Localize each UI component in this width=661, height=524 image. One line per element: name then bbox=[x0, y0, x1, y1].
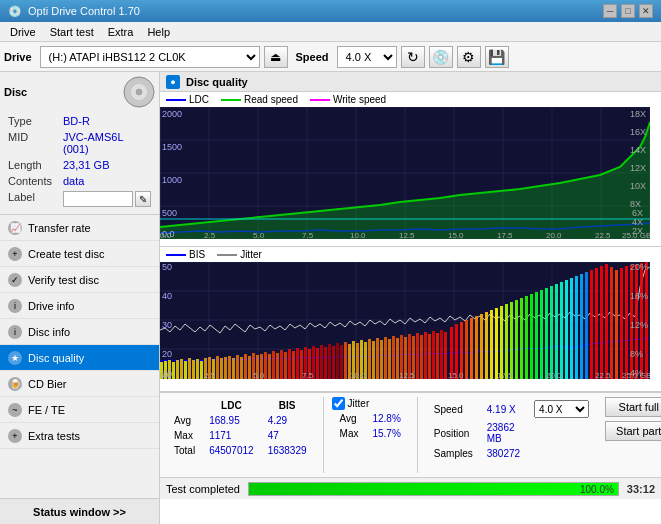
stats-row-max: Max 1171 47 bbox=[168, 429, 313, 442]
speed-info-table: Speed 4.19 X 4.0 X Position 23862 MB bbox=[426, 397, 597, 462]
sidebar-item-fe-te[interactable]: ~ FE / TE bbox=[0, 397, 159, 423]
jitter-color bbox=[217, 254, 237, 256]
menu-help[interactable]: Help bbox=[141, 24, 176, 40]
svg-rect-69 bbox=[188, 358, 191, 379]
svg-text:0.0: 0.0 bbox=[160, 231, 172, 239]
sidebar-item-verify-test-disc[interactable]: ✓ Verify test disc bbox=[0, 267, 159, 293]
write-speed-color bbox=[310, 99, 330, 101]
svg-rect-146 bbox=[510, 302, 513, 379]
length-value: 23,31 GB bbox=[61, 158, 153, 172]
drive-info-label: Drive info bbox=[28, 300, 74, 312]
legend-bis: BIS bbox=[166, 249, 205, 260]
svg-rect-89 bbox=[268, 354, 271, 379]
sidebar-item-drive-info[interactable]: i Drive info bbox=[0, 293, 159, 319]
speed-select[interactable]: 4.0 X bbox=[534, 400, 589, 418]
sidebar-item-transfer-rate[interactable]: 📈 Transfer rate bbox=[0, 215, 159, 241]
fe-te-icon: ~ bbox=[8, 403, 22, 417]
fe-te-label: FE / TE bbox=[28, 404, 65, 416]
contents-value: data bbox=[61, 174, 153, 188]
sidebar-item-disc-quality[interactable]: ★ Disc quality bbox=[0, 345, 159, 371]
content-panel: ● Disc quality LDC Read speed Write spee… bbox=[160, 72, 661, 524]
svg-text:8%: 8% bbox=[630, 349, 643, 359]
svg-text:12X: 12X bbox=[630, 163, 646, 173]
save-button[interactable]: 💾 bbox=[485, 46, 509, 68]
start-full-button[interactable]: Start full bbox=[605, 397, 661, 417]
samples-label: Samples bbox=[428, 447, 479, 460]
maximize-button[interactable]: □ bbox=[621, 4, 635, 18]
disc-quality-icon: ★ bbox=[8, 351, 22, 365]
svg-text:1500: 1500 bbox=[162, 142, 182, 152]
start-buttons: Start full Start part bbox=[605, 397, 661, 473]
avg-bis: 4.29 bbox=[262, 414, 313, 427]
label-input[interactable] bbox=[63, 191, 133, 207]
svg-text:50: 50 bbox=[162, 262, 172, 272]
svg-rect-132 bbox=[440, 330, 443, 379]
speed-selector[interactable]: 4.0 X 1.0 X 2.0 X 8.0 X Max bbox=[337, 46, 397, 68]
sidebar-item-cd-bier[interactable]: 🍺 CD Bier bbox=[0, 371, 159, 397]
max-label: Max bbox=[168, 429, 201, 442]
app-icon: 💿 bbox=[8, 5, 22, 18]
label-edit-button[interactable]: ✎ bbox=[135, 191, 151, 207]
svg-rect-91 bbox=[276, 353, 279, 379]
eject-button[interactable]: ⏏ bbox=[264, 46, 288, 68]
svg-rect-139 bbox=[475, 316, 478, 379]
jitter-checkbox[interactable] bbox=[332, 397, 345, 410]
extra-tests-label: Extra tests bbox=[28, 430, 80, 442]
svg-rect-158 bbox=[570, 278, 573, 379]
svg-rect-115 bbox=[372, 341, 375, 379]
menu-bar: Drive Start test Extra Help bbox=[0, 22, 661, 42]
drive-selector[interactable]: (H:) ATAPI iHBS112 2 CL0K bbox=[40, 46, 260, 68]
svg-text:10.0: 10.0 bbox=[350, 371, 366, 379]
speed-select-cell: 4.0 X bbox=[528, 399, 595, 419]
time-display: 33:12 bbox=[627, 483, 655, 495]
menu-start-test[interactable]: Start test bbox=[44, 24, 100, 40]
svg-rect-127 bbox=[420, 335, 423, 379]
position-value: 23862 MB bbox=[481, 421, 526, 445]
svg-rect-152 bbox=[540, 290, 543, 379]
svg-rect-93 bbox=[284, 352, 287, 379]
svg-rect-90 bbox=[272, 351, 275, 379]
cd-bier-label: CD Bier bbox=[28, 378, 67, 390]
refresh-button[interactable]: ↻ bbox=[401, 46, 425, 68]
settings-button[interactable]: ⚙ bbox=[457, 46, 481, 68]
svg-rect-95 bbox=[292, 351, 295, 379]
svg-rect-168 bbox=[620, 268, 623, 379]
create-test-disc-icon: + bbox=[8, 247, 22, 261]
status-window-button[interactable]: Status window >> bbox=[0, 498, 159, 524]
start-part-button[interactable]: Start part bbox=[605, 421, 661, 441]
svg-rect-155 bbox=[555, 284, 558, 379]
svg-rect-149 bbox=[525, 296, 528, 379]
disc-button[interactable]: 💿 bbox=[429, 46, 453, 68]
svg-rect-80 bbox=[232, 358, 235, 379]
menu-drive[interactable]: Drive bbox=[4, 24, 42, 40]
svg-text:2.5: 2.5 bbox=[204, 231, 216, 239]
svg-rect-162 bbox=[590, 270, 593, 379]
app-title: 💿 Opti Drive Control 1.70 bbox=[8, 5, 140, 18]
sidebar-item-extra-tests[interactable]: + Extra tests bbox=[0, 423, 159, 449]
minimize-button[interactable]: ─ bbox=[603, 4, 617, 18]
read-speed-color bbox=[221, 99, 241, 101]
svg-text:30: 30 bbox=[162, 320, 172, 330]
bis-label: BIS bbox=[189, 249, 205, 260]
svg-text:20: 20 bbox=[162, 349, 172, 359]
sidebar: Disc Type BD-R MID JVC-AMS6L (001) bbox=[0, 72, 160, 524]
svg-text:5.0: 5.0 bbox=[253, 371, 265, 379]
extra-tests-icon: + bbox=[8, 429, 22, 443]
stats-row-avg: Avg 168.95 4.29 bbox=[168, 414, 313, 427]
cd-bier-icon: 🍺 bbox=[8, 377, 22, 391]
close-button[interactable]: ✕ bbox=[639, 4, 653, 18]
jitter-max-label: Max bbox=[334, 427, 365, 440]
panel-icon: ● bbox=[166, 75, 180, 89]
svg-rect-153 bbox=[545, 288, 548, 379]
read-speed-label: Read speed bbox=[244, 94, 298, 105]
disc-section: Disc Type BD-R MID JVC-AMS6L (001) bbox=[0, 72, 159, 215]
drive-info-icon: i bbox=[8, 299, 22, 313]
sidebar-item-create-test-disc[interactable]: + Create test disc bbox=[0, 241, 159, 267]
svg-rect-81 bbox=[236, 355, 239, 379]
svg-rect-151 bbox=[535, 292, 538, 379]
svg-rect-141 bbox=[485, 312, 488, 379]
menu-extra[interactable]: Extra bbox=[102, 24, 140, 40]
main-content: Disc Type BD-R MID JVC-AMS6L (001) bbox=[0, 72, 661, 524]
total-bis: 1638329 bbox=[262, 444, 313, 457]
sidebar-item-disc-info[interactable]: i Disc info bbox=[0, 319, 159, 345]
